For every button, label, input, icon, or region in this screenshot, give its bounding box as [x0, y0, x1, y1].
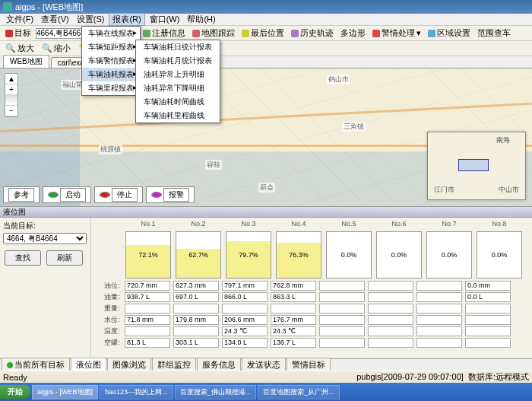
zoomin-button[interactable]: 🔍放大	[3, 43, 36, 54]
submenu-milecurve[interactable]: 车辆油耗里程曲线	[136, 109, 220, 123]
data-cell	[368, 304, 413, 313]
alarm-handle-button[interactable]: 警情处理▾	[370, 27, 423, 39]
stop-button[interactable]: 停止	[94, 186, 143, 203]
minimap-label: 南海	[496, 135, 510, 145]
data-cell	[319, 338, 365, 348]
start-button[interactable]: 开始	[0, 385, 30, 399]
data-cell	[125, 326, 170, 336]
submenu-abnorm-down[interactable]: 油耗异常下降明细	[136, 81, 220, 95]
row-label: 油量:	[94, 292, 122, 302]
dropdown-fuel[interactable]: 车辆油耗报表	[82, 68, 140, 81]
alarm-button[interactable]: 报警	[146, 186, 195, 203]
map-label: 新会	[258, 183, 275, 193]
pan-up-button[interactable]: ▲	[5, 74, 17, 84]
data-cell	[465, 326, 511, 336]
task-item[interactable]: aigps - [WEB地图]	[32, 385, 98, 399]
flag-icon	[242, 30, 249, 37]
gauge-header: No.8	[476, 219, 523, 228]
find-button[interactable]: 查找	[5, 250, 41, 266]
data-cell: 176.7 mm	[271, 315, 316, 325]
data-cell: 797.1 mm	[222, 281, 268, 291]
polygon-button[interactable]: 多边形	[338, 27, 368, 39]
data-cell: 24.3 ℃	[271, 326, 316, 336]
toolbar-secondary: 🔍放大 🔍缩小 📏测距控制 自动 擦除 ⛶全屏	[0, 41, 532, 56]
data-cell	[416, 315, 462, 325]
zoomout-button[interactable]: 🔍缩小	[40, 43, 73, 54]
zoom-out-button[interactable]: −	[5, 106, 17, 116]
reg-info-button[interactable]: 注册信息	[141, 27, 188, 39]
minimap-viewport[interactable]	[458, 159, 489, 171]
range-find-button[interactable]: 范围查车	[475, 27, 513, 39]
data-cell	[368, 338, 413, 348]
zoom-slider[interactable]	[5, 95, 17, 106]
fuel-gauge: 0.0%	[477, 231, 522, 278]
dropdown-online[interactable]: 车辆在线报表	[82, 27, 140, 40]
stop-icon	[100, 192, 110, 198]
menu-help[interactable]: 帮助(H)	[184, 14, 218, 25]
info-icon	[143, 30, 150, 37]
dropdown-short[interactable]: 车辆短距报表	[82, 40, 140, 54]
target-label: 目标	[3, 27, 33, 39]
gauges-area: No.1 No.2 No.3 No.4 No.5 No.6 No.7 No.8 …	[91, 218, 532, 358]
fuel-gauge: 0.0%	[376, 231, 422, 278]
submenu-timeline[interactable]: 车辆油耗时间曲线	[136, 95, 220, 109]
gauge-header: No.1	[125, 219, 172, 228]
map-label: 鹤山市	[327, 75, 350, 84]
data-cell	[368, 315, 413, 325]
minimap[interactable]: 江门市 中山市 南海	[427, 132, 526, 200]
data-cell: 0.0 L	[465, 292, 511, 302]
data-cell: 762.8 mm	[271, 281, 316, 291]
data-cell: 938.7 L	[125, 292, 170, 302]
history-button[interactable]: 历史轨迹	[289, 27, 336, 39]
zoom-in-button[interactable]: +	[5, 84, 17, 95]
data-cell: 697.0 L	[173, 292, 219, 302]
data-cell	[416, 338, 462, 348]
data-cell	[368, 281, 413, 291]
start-button[interactable]: 启动	[43, 186, 91, 203]
data-cell	[368, 326, 413, 336]
map-area[interactable]: 福山苗 鹤山市 雅瑶镇 桃源镇 容桂 三角镇 新会 ▲ + − 江门市 中山市 …	[0, 68, 532, 206]
menu-window[interactable]: 窗口(W)	[147, 14, 183, 25]
dropdown-mileage[interactable]: 车辆里程报表	[82, 81, 140, 95]
minimap-label: 中山市	[499, 185, 519, 195]
status-bar: Ready pubgis[2009-07-29 09:07:00] 数据库:远程…	[0, 371, 532, 383]
target-select[interactable]: 4664, 粤B4664	[3, 233, 87, 244]
map-label: 容桂	[205, 160, 222, 170]
task-item[interactable]: 百度搜索_佛山顺德港...	[175, 385, 257, 399]
menu-file[interactable]: 文件(F)	[3, 14, 36, 25]
map-track-button[interactable]: 地图跟踪	[190, 27, 237, 39]
app-icon	[3, 2, 12, 11]
data-cell	[465, 315, 511, 325]
area-icon	[428, 30, 435, 37]
tab-webmap[interactable]: WEB地图	[3, 55, 49, 68]
menu-report[interactable]: 报表(R)	[109, 13, 144, 26]
row-label: 水位:	[94, 315, 122, 325]
refresh-button[interactable]: 刷新	[46, 250, 83, 266]
windows-taskbar: 开始 aigps - [WEB地图] hao123---我的上网... 百度搜索…	[0, 383, 532, 401]
fuel-gauge: 76.3%	[276, 231, 321, 278]
row-label: 重量:	[94, 304, 122, 313]
pin-icon	[192, 30, 200, 37]
minimap-label: 江门市	[434, 185, 454, 195]
data-cell: 81.3 L	[125, 338, 170, 348]
menu-settings[interactable]: 设置(S)	[74, 14, 108, 25]
submenu-monthly[interactable]: 车辆油耗月统计报表	[136, 54, 220, 68]
row-label: 空罐:	[94, 338, 122, 348]
submenu-daily[interactable]: 车辆油耗日统计报表	[136, 40, 220, 54]
menu-view[interactable]: 查看(V)	[38, 14, 72, 25]
ref-button[interactable]: 参考	[3, 186, 40, 203]
task-item[interactable]: 百度地图搜索_从广州...	[258, 385, 340, 399]
toolbar: 目标 查找目标 注册信息 地图跟踪 最后位置 历史轨迹 多边形 警情处理▾ 区域…	[0, 26, 532, 41]
data-cell	[465, 338, 511, 348]
data-cell	[319, 315, 365, 325]
panel-header: 液位图	[0, 207, 532, 218]
gauge-header: No.7	[426, 219, 473, 228]
last-pos-button[interactable]: 最后位置	[239, 27, 287, 39]
map-label: 三角镇	[342, 122, 366, 132]
task-item[interactable]: hao123---我的上网...	[100, 385, 173, 399]
submenu-abnorm-up[interactable]: 油耗异常上升明细	[136, 68, 220, 81]
data-cell	[125, 304, 170, 313]
area-set-button[interactable]: 区域设置	[426, 27, 473, 39]
clock-icon	[291, 30, 299, 37]
dropdown-alarm[interactable]: 车辆警情报表	[82, 54, 140, 68]
